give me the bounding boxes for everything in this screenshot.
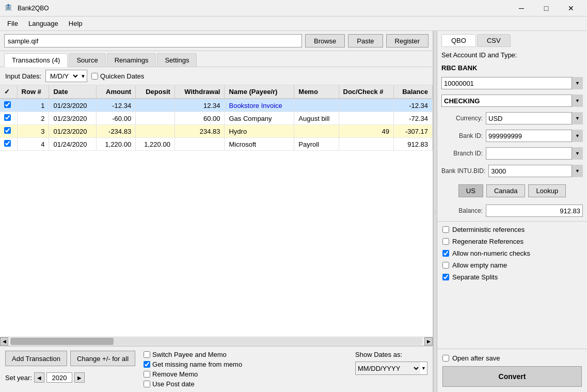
year-input[interactable]: [46, 372, 72, 383]
paste-button[interactable]: Paste: [348, 34, 383, 48]
us-button[interactable]: US: [458, 184, 483, 197]
bank-id-input[interactable]: [486, 130, 583, 142]
right-checkbox-input-1[interactable]: [442, 238, 449, 245]
register-button[interactable]: Register: [386, 34, 429, 48]
branch-id-input[interactable]: [486, 147, 583, 160]
cell-check[interactable]: [0, 125, 17, 138]
menu-language[interactable]: Language: [23, 18, 64, 29]
bottom-option-checkbox-1[interactable]: [144, 361, 150, 368]
row-checkbox[interactable]: [4, 114, 11, 121]
right-checkbox-input-2[interactable]: [442, 250, 449, 257]
bottom-option-3[interactable]: Use Post date: [144, 380, 242, 388]
right-bottom: Open after save Convert: [437, 349, 587, 392]
bank-intu-bid-input[interactable]: [488, 165, 583, 177]
account-type-input[interactable]: [441, 95, 583, 107]
right-checkbox-2[interactable]: Allow non-numeric checks: [442, 249, 582, 257]
bottom-option-1[interactable]: Get missing name from memo: [144, 360, 242, 368]
balance-input[interactable]: [486, 205, 583, 217]
change-for-all-button[interactable]: Change +/- for all: [70, 351, 135, 366]
tab-settings[interactable]: Settings: [157, 53, 197, 67]
row-checkbox[interactable]: [4, 140, 11, 147]
quicken-dates-label[interactable]: Quicken Dates: [91, 72, 144, 80]
tab-qbo[interactable]: QBO: [441, 34, 476, 47]
scrollbar-thumb[interactable]: [10, 338, 114, 345]
account-id-row: ▼: [441, 77, 583, 89]
right-checkbox-1[interactable]: Regenerate References: [442, 238, 582, 245]
year-prev-button[interactable]: ◀: [34, 372, 44, 383]
canada-button[interactable]: Canada: [486, 184, 526, 197]
currency-wrapper: ▼: [486, 112, 583, 124]
right-checkboxes: Deterministic references Regenerate Refe…: [437, 222, 587, 285]
scroll-right-arrow[interactable]: ▶: [424, 337, 433, 346]
bottom-option-2[interactable]: Remove Memo: [144, 370, 242, 378]
quicken-dates-checkbox[interactable]: [91, 73, 98, 80]
tab-csv[interactable]: CSV: [477, 34, 511, 47]
branch-id-row: Branch ID: ▼: [441, 147, 583, 160]
show-dates-select[interactable]: MM/DD/YYYY: [356, 362, 420, 374]
right-checkbox-input-3[interactable]: [442, 262, 449, 269]
right-checkbox-input-0[interactable]: [442, 226, 449, 233]
transactions-table: ✓ Row # Date Amount Deposit Withdrawal N…: [0, 85, 433, 151]
cell-row: 4: [17, 138, 49, 151]
main-layout: Browse Paste Register Transactions (4) S…: [0, 31, 587, 392]
right-checkbox-0[interactable]: Deterministic references: [442, 226, 582, 233]
cell-check[interactable]: [0, 112, 17, 125]
currency-label: Currency:: [441, 115, 483, 122]
menu-file[interactable]: File: [2, 18, 23, 29]
right-checkbox-3[interactable]: Allow empty name: [442, 261, 582, 269]
transactions-table-container: ✓ Row # Date Amount Deposit Withdrawal N…: [0, 85, 433, 337]
lookup-button[interactable]: Lookup: [528, 184, 566, 197]
open-after-save-label: Open after save: [452, 354, 500, 362]
maximize-button[interactable]: □: [534, 1, 558, 16]
table-row[interactable]: 3 01/23/2020 -234.83 234.83 Hydro 49 -30…: [0, 125, 433, 138]
file-input[interactable]: [4, 34, 302, 48]
account-id-input[interactable]: [441, 77, 583, 89]
cell-withdrawal: 12.34: [174, 99, 225, 112]
cell-withdrawal: 234.83: [174, 125, 225, 138]
col-header-deposit: Deposit: [136, 85, 175, 99]
browse-button[interactable]: Browse: [305, 34, 345, 48]
row-checkbox[interactable]: [4, 101, 11, 108]
panel-resizer[interactable]: ⋮: [433, 31, 437, 392]
year-next-button[interactable]: ▶: [74, 372, 85, 383]
col-header-doccheck: Doc/Check #: [339, 85, 393, 99]
currency-input[interactable]: [486, 112, 583, 124]
cell-doccheck: [339, 138, 393, 151]
bottom-option-0[interactable]: Switch Payee and Memo: [144, 351, 242, 358]
table-row[interactable]: 4 01/24/2020 1,220.00 1,220.00 Microsoft…: [0, 138, 433, 151]
right-checkbox-4[interactable]: Separate Splits: [442, 273, 582, 281]
bottom-option-checkbox-2[interactable]: [144, 371, 150, 378]
quicken-dates-text: Quicken Dates: [100, 72, 144, 80]
row-checkbox[interactable]: [4, 127, 11, 134]
set-year-label: Set year:: [5, 374, 32, 382]
open-after-save-checkbox[interactable]: [442, 355, 449, 362]
close-button[interactable]: ✕: [559, 1, 583, 16]
bottom-option-checkbox-3[interactable]: [144, 381, 150, 387]
menu-help[interactable]: Help: [64, 18, 88, 29]
convert-button[interactable]: Convert: [442, 366, 582, 387]
tabs: Transactions (4) Source Renamings Settin…: [0, 51, 433, 67]
scrollbar-track: [10, 338, 422, 345]
scroll-left-arrow[interactable]: ◀: [0, 337, 8, 346]
cell-check[interactable]: [0, 138, 17, 151]
add-transaction-button[interactable]: Add Transaction: [5, 351, 67, 366]
tab-source[interactable]: Source: [69, 53, 105, 67]
bottom-option-checkbox-0[interactable]: [144, 351, 150, 358]
balance-label: Balance:: [441, 207, 483, 214]
cell-memo: August bill: [294, 112, 339, 125]
horizontal-scrollbar[interactable]: ◀ ▶: [0, 337, 433, 346]
tab-renamings[interactable]: Renamings: [107, 53, 156, 67]
right-checkbox-input-4[interactable]: [442, 274, 449, 280]
cell-check[interactable]: [0, 99, 17, 112]
table-row[interactable]: 2 01/23/2020 -60.00 60.00 Gas Company Au…: [0, 112, 433, 125]
account-type-row: ▼: [441, 95, 583, 107]
table-row[interactable]: 1 01/23/2020 -12.34 12.34 Bookstore Invo…: [0, 99, 433, 112]
date-format-select[interactable]: M/D/Y: [46, 70, 80, 82]
cell-memo: [294, 99, 339, 112]
bottom-left: Add Transaction Change +/- for all Set y…: [5, 351, 135, 383]
minimize-button[interactable]: ─: [510, 1, 533, 16]
bank-id-wrapper: ▼: [486, 130, 583, 142]
app-icon: 🏦: [4, 3, 14, 13]
tab-transactions[interactable]: Transactions (4): [4, 53, 68, 67]
open-after-save-row[interactable]: Open after save: [442, 354, 582, 362]
